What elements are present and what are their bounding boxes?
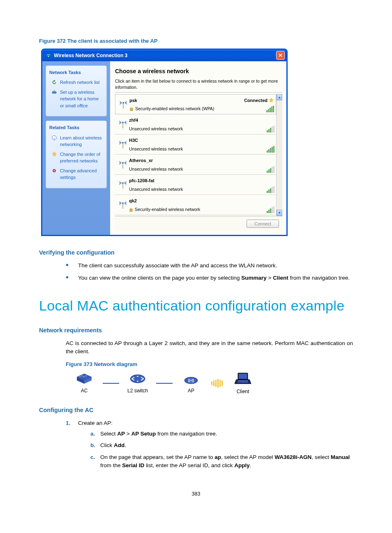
window-footer: Connect <box>115 216 282 231</box>
learn-about-wireless[interactable]: i Learn about wireless networking <box>51 134 103 148</box>
bullet-item: The client can successfully associate wi… <box>66 262 353 274</box>
svg-rect-23 <box>83 376 85 377</box>
svg-rect-9 <box>130 109 133 111</box>
substeps: Select AP > AP Setup from the navigation… <box>78 430 353 473</box>
scroll-down[interactable]: ▾ <box>277 210 282 216</box>
network-row[interactable]: H3CUnsecured wireless network <box>115 134 276 155</box>
label-ap: AP <box>188 387 194 394</box>
network-info: qk2Security-enabled wireless network <box>129 197 238 213</box>
ssid-label: zhf4 <box>129 117 238 124</box>
star-icon <box>268 97 274 103</box>
antenna-icon <box>117 157 129 173</box>
label-ac: AC <box>81 387 88 394</box>
svg-point-12 <box>122 142 124 144</box>
network-info: H3CUnsecured wireless network <box>129 137 238 153</box>
network-row[interactable]: pskSecurity-enabled wireless network (WP… <box>115 94 276 114</box>
close-button[interactable]: ✕ <box>276 51 285 60</box>
main-panel: Choose a wireless network Click an item … <box>110 61 286 235</box>
figure-373-caption: Figure 373 Network diagram <box>39 360 353 368</box>
security-label: Unsecured wireless network <box>129 146 238 153</box>
signal-strength-icon <box>267 206 274 213</box>
setup-icon <box>51 89 58 95</box>
svg-rect-15 <box>122 164 123 169</box>
lock-icon <box>129 208 133 212</box>
wireless-waves-icon <box>211 379 223 388</box>
choose-network-heading: Choose a wireless network <box>115 67 282 76</box>
related-tasks-title: Related Tasks <box>49 124 103 131</box>
svg-text:((▪)): ((▪)) <box>188 378 194 382</box>
svg-point-18 <box>122 202 124 204</box>
network-row[interactable]: zhf4Unsecured wireless network <box>115 114 276 134</box>
label-l2: L2 switch <box>127 387 148 394</box>
antenna-icon <box>117 117 129 132</box>
scrollbar[interactable]: ▴ ▾ <box>276 94 282 216</box>
network-tasks-panel: Network Tasks Refresh network list Set u… <box>46 65 107 117</box>
device-l2switch: L2 switch <box>119 372 156 394</box>
network-right <box>238 117 274 132</box>
svg-rect-20 <box>130 209 132 211</box>
substep-b: Click Add. <box>90 441 353 453</box>
window-title: Wireless Network Connection 3 <box>54 52 276 59</box>
lock-icon <box>129 107 134 111</box>
network-right <box>238 197 274 213</box>
figure-372-caption: Figure 372 The client is associated with… <box>39 37 353 45</box>
antenna-icon <box>117 137 129 153</box>
network-info: pskSecurity-enabled wireless network (WP… <box>129 97 237 112</box>
scroll-up[interactable]: ▴ <box>277 94 282 100</box>
network-tasks-title: Network Tasks <box>49 69 103 76</box>
svg-rect-22 <box>81 375 83 376</box>
info-icon: i <box>51 134 58 141</box>
task-label: Change the order of preferred networks <box>60 151 103 165</box>
network-right <box>238 137 274 153</box>
refresh-network-list[interactable]: Refresh network list <box>51 79 103 86</box>
network-info: pfc-1208-fatUnsecured wireless network <box>129 177 238 193</box>
signal-strength-icon <box>267 166 274 173</box>
gear-icon <box>51 167 58 174</box>
change-advanced-settings[interactable]: Change advanced settings <box>51 167 103 181</box>
substep-a: Select AP > AP Setup from the navigation… <box>90 430 353 441</box>
signal-strength-icon <box>267 126 274 132</box>
network-row[interactable]: Atheros_xrUnsecured wireless network <box>115 155 276 175</box>
device-ac: AC <box>66 372 103 394</box>
svg-rect-13 <box>122 144 123 148</box>
ssid-label: H3C <box>129 137 238 144</box>
setup-wireless-network[interactable]: Set up a wireless network for a home or … <box>51 89 103 109</box>
label-client: Client <box>237 388 249 395</box>
change-order-preferred[interactable]: Change the order of preferred networks <box>51 151 103 165</box>
network-info: zhf4Unsecured wireless network <box>129 117 238 132</box>
verify-bullets: The client can successfully associate wi… <box>39 262 353 287</box>
network-diagram: AC L2 switch ((▪)) AP Client <box>39 371 353 395</box>
svg-rect-17 <box>122 184 123 189</box>
security-label: Security-enabled wireless network <box>129 206 238 213</box>
security-label: Unsecured wireless network <box>129 186 238 193</box>
connection-line <box>156 383 173 384</box>
sidebar: Network Tasks Refresh network list Set u… <box>42 61 110 235</box>
heading-configuring-ac: Configuring the AC <box>39 406 353 415</box>
page-number: 383 <box>39 490 353 498</box>
svg-rect-8 <box>123 104 124 109</box>
heading-network-req: Network requirements <box>39 326 353 335</box>
connection-line <box>103 383 119 384</box>
security-label: Unsecured wireless network <box>129 126 238 132</box>
antenna-icon <box>117 197 129 213</box>
step-1: Create an AP: Select AP > AP Setup from … <box>66 419 353 479</box>
antenna-icon <box>117 97 129 112</box>
ssid-label: Atheros_xr <box>129 157 238 164</box>
svg-rect-24 <box>85 375 87 376</box>
svg-point-7 <box>122 102 124 104</box>
network-right <box>238 157 274 173</box>
device-client: Client <box>224 371 261 395</box>
nav-summary: Summary <box>241 275 267 281</box>
network-row[interactable]: qk2Security-enabled wireless network <box>115 195 276 215</box>
security-label: Security-enabled wireless network (WPA) <box>129 106 237 112</box>
task-label: Refresh network list <box>60 79 100 86</box>
connect-button[interactable]: Connect <box>247 220 279 228</box>
signal-strength-icon <box>267 186 274 193</box>
ssid-label: qk2 <box>129 197 238 204</box>
refresh-icon <box>51 79 58 86</box>
related-tasks-panel: Related Tasks i Learn about wireless net… <box>46 121 107 188</box>
svg-rect-19 <box>122 204 123 209</box>
svg-point-14 <box>122 162 124 164</box>
ssid-label: pfc-1208-fat <box>129 177 238 184</box>
network-row[interactable]: pfc-1208-fatUnsecured wireless network <box>115 175 276 195</box>
